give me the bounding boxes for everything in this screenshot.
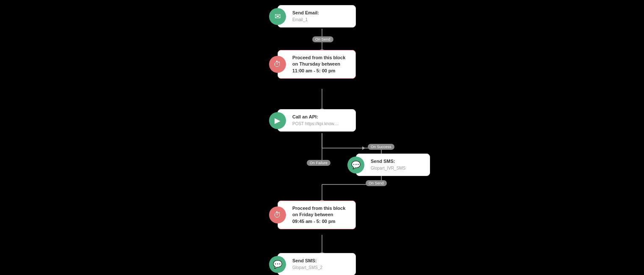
send-sms-2-node[interactable]: 💬 Send SMS: Glopart_SMS_2 [278, 253, 356, 275]
wait-thursday-box: Proceed from this blockon Thursday betwe… [278, 50, 356, 79]
send-sms-ivr-subtitle: Glopart_IVR_SMS [371, 165, 424, 171]
wait-thursday-node[interactable]: ⏱ Proceed from this blockon Thursday bet… [278, 50, 356, 79]
call-api-box: Call an API: POST https://kpi.know.... [278, 109, 356, 132]
call-api-title: Call an API: [292, 114, 350, 120]
send-email-title: Send Email: [292, 10, 350, 16]
send-email-subtitle: Email_1 [292, 17, 350, 23]
send-email-icon: ✉ [269, 8, 286, 25]
call-api-node[interactable]: ▶ Call an API: POST https://kpi.know.... [278, 109, 356, 132]
wait-friday-box: Proceed from this blockon Friday between… [278, 201, 356, 229]
wait-friday-icon: ⏱ [269, 206, 286, 223]
wait-friday-title: Proceed from this blockon Friday between… [292, 205, 350, 225]
send-sms-2-icon: 💬 [269, 256, 286, 273]
on-failure-label: On Failure [307, 160, 330, 166]
send-sms-ivr-icon: 💬 [347, 157, 364, 173]
call-api-icon: ▶ [269, 112, 286, 129]
send-sms-2-subtitle: Glopart_SMS_2 [292, 265, 350, 271]
send-email-node[interactable]: ✉ Send Email: Email_1 [278, 5, 356, 28]
send-sms-ivr-box: Send SMS: Glopart_IVR_SMS [356, 154, 430, 176]
on-send-label-1: On Send [312, 36, 333, 42]
send-email-box: Send Email: Email_1 [278, 5, 356, 28]
call-api-subtitle: POST https://kpi.know.... [292, 121, 350, 127]
wait-thursday-icon: ⏱ [269, 56, 286, 73]
on-send-label-2: On Send [366, 180, 387, 186]
wait-friday-node[interactable]: ⏱ Proceed from this blockon Friday betwe… [278, 201, 356, 229]
send-sms-ivr-node[interactable]: 💬 Send SMS: Glopart_IVR_SMS [356, 154, 430, 176]
send-sms-2-box: Send SMS: Glopart_SMS_2 [278, 253, 356, 275]
wait-thursday-title: Proceed from this blockon Thursday betwe… [292, 55, 350, 74]
svg-marker-14 [362, 146, 365, 150]
send-sms-2-title: Send SMS: [292, 258, 350, 264]
send-sms-ivr-title: Send SMS: [371, 158, 424, 165]
on-success-label: On Success [368, 144, 394, 150]
